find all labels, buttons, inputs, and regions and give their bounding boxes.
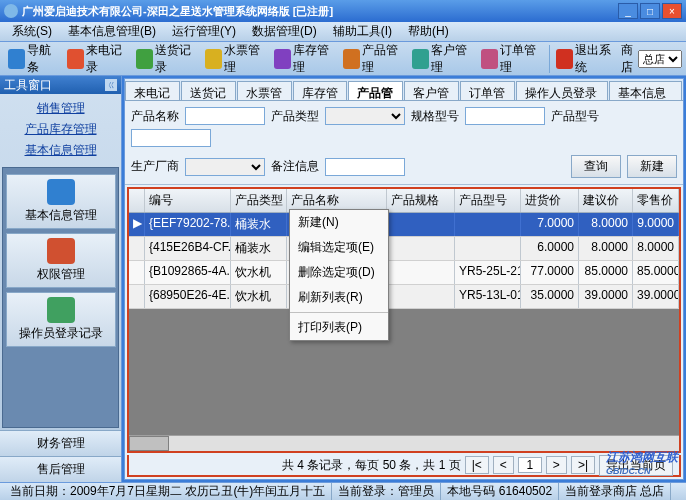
table-row[interactable]: {415E26B4-CF...桶装水6.00008.00008.0000: [129, 237, 679, 261]
table-row[interactable]: {68950E26-4E...饮水机YR5-13L-0135.000039.00…: [129, 285, 679, 309]
toolbar-1[interactable]: 来电记录: [63, 40, 130, 78]
minimize-button[interactable]: _: [618, 3, 638, 19]
store-select[interactable]: 总店: [638, 50, 682, 68]
query-button[interactable]: 查询: [571, 155, 621, 178]
pager-first-button[interactable]: |<: [465, 456, 489, 474]
tab-1[interactable]: 送货记录: [181, 81, 236, 100]
filter-note-label: 备注信息: [271, 158, 319, 175]
menu-item-2[interactable]: 运行管理(Y): [164, 23, 244, 40]
horizontal-scrollbar[interactable]: [129, 435, 679, 451]
tab-4[interactable]: 产品管理: [348, 81, 403, 100]
col-6[interactable]: 进货价: [521, 189, 579, 212]
toolbar-icon-2: [136, 49, 153, 69]
sidebar-collapse-icon[interactable]: ㄍ: [105, 79, 117, 91]
menu-item-5[interactable]: 帮助(H): [400, 23, 457, 40]
ctx-item-1[interactable]: 编辑选定项(E): [290, 235, 388, 260]
col-0[interactable]: [129, 189, 145, 212]
toolbar-icon-1: [67, 49, 84, 69]
side-btn-2[interactable]: 操作员登录记录: [6, 292, 116, 347]
tab-6[interactable]: 订单管理: [460, 81, 515, 100]
side-link-2[interactable]: 基本信息管理: [0, 140, 121, 161]
status-store: 当前登录商店 总店: [559, 483, 671, 500]
tab-0[interactable]: 来电记录: [125, 81, 180, 100]
app-icon: [4, 4, 18, 18]
side-btn-0[interactable]: 基本信息管理: [6, 174, 116, 229]
side-btn-icon-0: [47, 179, 75, 205]
ctx-item-2[interactable]: 删除选定项(D): [290, 260, 388, 285]
filter-spec-input[interactable]: [465, 107, 545, 125]
toolbar-0[interactable]: 导航条: [4, 40, 61, 78]
filter-pno-label: 产品型号: [551, 108, 599, 125]
store-label: 商店: [621, 42, 634, 76]
table-row[interactable]: ▶{EEF79202-78...桶装水7.00008.00009.0000: [129, 213, 679, 237]
side-foot-1[interactable]: 售后管理: [0, 456, 121, 482]
pager-last-button[interactable]: >|: [571, 456, 595, 474]
tab-2[interactable]: 水票管理: [237, 81, 292, 100]
maximize-button[interactable]: □: [640, 3, 660, 19]
toolbar-5[interactable]: 产品管理: [339, 40, 406, 78]
ctx-item-4[interactable]: 打印列表(P): [290, 315, 388, 340]
side-btn-icon-2: [47, 297, 75, 323]
filter-factory-label: 生产厂商: [131, 158, 179, 175]
menu-item-3[interactable]: 数据管理(D): [244, 23, 325, 40]
toolbar-icon-6: [412, 49, 429, 69]
filter-type-select[interactable]: [325, 107, 405, 125]
filter-name-input[interactable]: [185, 107, 265, 125]
col-7[interactable]: 建议价: [579, 189, 633, 212]
menu-item-4[interactable]: 辅助工具(I): [325, 23, 400, 40]
side-foot-0[interactable]: 财务管理: [0, 430, 121, 456]
status-user: 当前登录：管理员: [332, 483, 441, 500]
toolbar-7[interactable]: 订单管理: [477, 40, 544, 78]
col-8[interactable]: 零售价: [633, 189, 679, 212]
toolbar-icon-7: [481, 49, 498, 69]
tab-3[interactable]: 库存管理: [293, 81, 348, 100]
side-link-1[interactable]: 产品库存管理: [0, 119, 121, 140]
menu-item-1[interactable]: 基本信息管理(B): [60, 23, 164, 40]
filter-factory-select[interactable]: [185, 158, 265, 176]
sidebar-title: 工具窗口: [4, 77, 52, 94]
filter-name-label: 产品名称: [131, 108, 179, 125]
export-button[interactable]: 导出当前页: [599, 455, 673, 476]
tab-5[interactable]: 客户管理: [404, 81, 459, 100]
ctx-item-3[interactable]: 刷新列表(R): [290, 285, 388, 310]
toolbar-icon-3: [205, 49, 222, 69]
pager-prev-button[interactable]: <: [493, 456, 514, 474]
side-btn-1[interactable]: 权限管理: [6, 233, 116, 288]
col-1[interactable]: 编号: [145, 189, 231, 212]
col-4[interactable]: 产品规格: [387, 189, 455, 212]
filter-pno-input[interactable]: [131, 129, 211, 147]
filter-type-label: 产品类型: [271, 108, 319, 125]
status-code: 本地号码 61640502: [441, 483, 559, 500]
toolbar-3[interactable]: 水票管理: [201, 40, 268, 78]
tab-8[interactable]: 基本信息管理: [609, 81, 682, 100]
filter-note-input[interactable]: [325, 158, 405, 176]
table-row[interactable]: {B1092865-4A...饮水机YR5-25L-2177.000085.00…: [129, 261, 679, 285]
exit-button[interactable]: 退出系统: [552, 40, 619, 78]
status-date: 当前日期：2009年7月7日星期二 农历己丑(牛)年闰五月十五: [4, 483, 332, 500]
menu-item-0[interactable]: 系统(S): [4, 23, 60, 40]
toolbar-icon-5: [343, 49, 360, 69]
col-5[interactable]: 产品型号: [455, 189, 521, 212]
col-2[interactable]: 产品类型: [231, 189, 287, 212]
exit-icon: [556, 49, 573, 69]
toolbar-2[interactable]: 送货记录: [132, 40, 199, 78]
pager-next-button[interactable]: >: [546, 456, 567, 474]
toolbar-4[interactable]: 库存管理: [270, 40, 337, 78]
side-link-0[interactable]: 销售管理: [0, 98, 121, 119]
toolbar-6[interactable]: 客户管理: [408, 40, 475, 78]
window-title: 广州爱启迪技术有限公司-深田之星送水管理系统网络版 [已注册]: [22, 4, 618, 19]
pager-page-input[interactable]: [518, 457, 542, 473]
toolbar-icon-4: [274, 49, 291, 69]
ctx-item-0[interactable]: 新建(N): [290, 210, 388, 235]
toolbar-icon-0: [8, 49, 25, 69]
pager-summary: 共 4 条记录，每页 50 条，共 1 页: [282, 457, 461, 474]
new-button[interactable]: 新建: [627, 155, 677, 178]
close-button[interactable]: ×: [662, 3, 682, 19]
filter-spec-label: 规格型号: [411, 108, 459, 125]
side-btn-icon-1: [47, 238, 75, 264]
tab-7[interactable]: 操作人员登录记录: [516, 81, 608, 100]
